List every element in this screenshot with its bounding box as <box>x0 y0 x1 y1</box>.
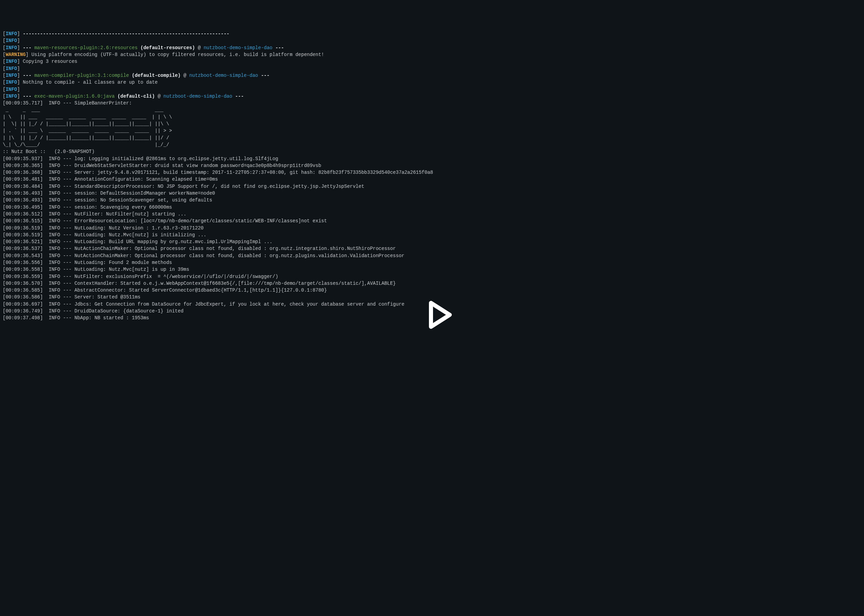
log-line: [INFO] <box>3 86 861 93</box>
log-line: [00:09:36.365] INFO --- DruidWebStatServ… <box>3 162 861 169</box>
log-line: | |\ || |_/ / |______||______||_____||__… <box>3 135 861 141</box>
play-icon <box>421 298 455 332</box>
log-line: [00:09:36.484] INFO --- StandardDescript… <box>3 183 861 190</box>
log-line: _ _ ___ ___ <box>3 107 861 113</box>
log-line: \_| \_/\____/ |_/_/ <box>3 141 861 148</box>
log-line: [00:09:35.937] INFO --- log: Logging ini… <box>3 156 861 162</box>
play-button[interactable] <box>415 291 449 325</box>
log-line: [00:09:36.570] INFO --- ContextHandler: … <box>3 280 861 287</box>
log-line: [INFO] <box>3 65 861 72</box>
log-line: [00:09:36.559] INFO --- NutFilter: exclu… <box>3 273 861 280</box>
log-line: [00:09:36.519] INFO --- NutLoading: Nutz… <box>3 231 861 238</box>
log-line: [00:09:36.512] INFO --- NutFilter: NutFi… <box>3 211 861 217</box>
log-line: [00:09:36.493] INFO --- session: No Sess… <box>3 197 861 204</box>
log-line: [00:09:36.521] INFO --- NutLoading: Buil… <box>3 238 861 245</box>
log-line: | \ || ___ ______ ______ _____ _____ ___… <box>3 114 861 121</box>
log-line: [00:09:36.481] INFO --- AnnotationConfig… <box>3 176 861 183</box>
log-line: [00:09:36.515] INFO --- ErrorResourceLoc… <box>3 217 861 224</box>
log-line: [WARNING] Using platform encoding (UTF-8… <box>3 51 861 58</box>
log-line: [00:09:36.493] INFO --- session: Default… <box>3 190 861 197</box>
log-line: [INFO] Nothing to compile - all classes … <box>3 79 861 86</box>
terminal-output: [INFO] ---------------------------------… <box>3 30 861 321</box>
log-line: [00:09:36.368] INFO --- Server: jetty-9.… <box>3 169 861 176</box>
log-line: [00:09:36.556] INFO --- NutLoading: Foun… <box>3 259 861 266</box>
log-line: [INFO] Copying 3 resources <box>3 58 861 65</box>
log-line: [00:09:36.495] INFO --- session: Scaveng… <box>3 204 861 211</box>
log-line: [00:09:36.543] INFO --- NutActionChainMa… <box>3 252 861 259</box>
log-line: [00:09:36.558] INFO --- NutLoading: Nutz… <box>3 266 861 273</box>
log-line: [00:09:36.519] INFO --- NutLoading: Nutz… <box>3 225 861 231</box>
log-line: | . ` || ___ \ ______ ______ _____ _____… <box>3 127 861 134</box>
log-line: | \| || |_/ / |______||______||_____||__… <box>3 121 861 127</box>
log-line: [INFO] <box>3 37 861 44</box>
log-line: [INFO] --- exec-maven-plugin:1.6.0:java … <box>3 93 861 100</box>
log-line: :: Nutz Boot :: (2.0-SNAPSHOT) <box>3 148 861 155</box>
log-line: [INFO] --- maven-compiler-plugin:3.1:com… <box>3 72 861 79</box>
log-line: [INFO] ---------------------------------… <box>3 30 861 37</box>
log-line: [INFO] --- maven-resources-plugin:2.6:re… <box>3 44 861 51</box>
log-line: [00:09:35.717] INFO --- SimpleBannerPrin… <box>3 100 861 107</box>
log-line: [00:09:36.537] INFO --- NutActionChainMa… <box>3 245 861 252</box>
